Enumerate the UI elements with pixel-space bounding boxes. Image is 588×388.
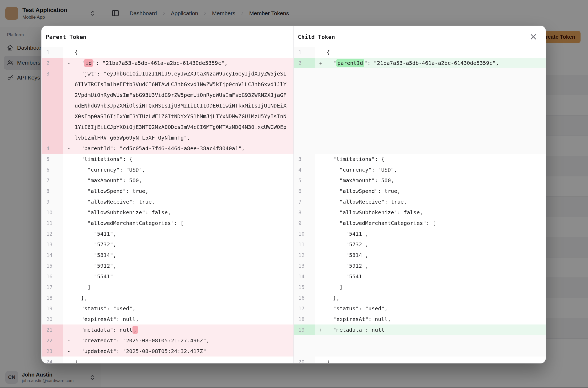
code-line: { <box>63 47 293 58</box>
line-number: 10 <box>294 228 315 239</box>
code-line: "allowReceive": true, <box>315 196 546 207</box>
code-line: "5814", <box>63 250 293 260</box>
line-number <box>294 335 315 357</box>
code-line: - "createdAt": "2025-08-08T05:21:27.496Z… <box>63 335 293 346</box>
code-line <box>315 335 546 357</box>
line-number: 9 <box>42 196 63 207</box>
code-line: "allowSubtokenize": false, <box>63 207 293 218</box>
diff-row-left-6: 6 "currency": "USD", <box>42 164 293 175</box>
diff-row-left-8: 8 "allowSpend": true, <box>42 186 293 196</box>
code-line: "currency": "USD", <box>63 164 293 175</box>
diff-row-left-19: 19 "status": "used", <box>42 303 293 314</box>
line-number: 15 <box>294 282 315 292</box>
code-line: "status": "used", <box>63 303 293 314</box>
code-line: "expiresAt": null, <box>63 314 293 324</box>
diff-row-right-11: 11 "5732", <box>294 239 546 250</box>
code-line: "allowSpend": true, <box>63 186 293 196</box>
code-line: + "metadata": null <box>315 324 546 335</box>
code-line: + "parentId": "21ba7a53-a5db-461a-a2bc-6… <box>315 58 546 68</box>
code-line: } <box>63 357 293 363</box>
diff-row-left-9: 9 "allowReceive": true, <box>42 196 293 207</box>
close-button[interactable]: × <box>527 31 539 42</box>
diff-row-left-15: 15 "5912", <box>42 260 293 271</box>
line-number: 5 <box>42 154 63 164</box>
diff-row-left-21: 21- "metadata": null, <box>42 324 293 335</box>
diff-row-right-18: 18 "expiresAt": null, <box>294 314 546 324</box>
line-number: 11 <box>42 218 63 228</box>
code-line: "status": "used", <box>315 303 546 314</box>
diff-spacer-right <box>294 68 546 154</box>
code-line: "5411", <box>315 228 546 239</box>
diff-row-right-15: 15 ] <box>294 282 546 292</box>
diff-row-left-12: 12 "5411", <box>42 228 293 239</box>
code-line: "allowSpend": true, <box>315 186 546 196</box>
diff-row-right-14: 14 "5541" <box>294 271 546 282</box>
line-number: 9 <box>294 218 315 228</box>
line-number: 7 <box>42 175 63 186</box>
diff-row-left-4: 4- "parentId": "cd5c05a4-7f46-446d-a8ee-… <box>42 143 293 154</box>
line-number: 14 <box>42 250 63 260</box>
line-number: 18 <box>42 292 63 303</box>
line-number: 12 <box>42 228 63 239</box>
code-line: - "jwt": "eyJhbGciOiJIUzI1NiJ9.eyJwZXJta… <box>63 68 293 143</box>
line-number <box>294 68 315 154</box>
code-line: - "id": "21ba7a53-a5db-461a-a2bc-61430de… <box>63 58 293 68</box>
line-number: 16 <box>294 292 315 303</box>
line-number: 7 <box>294 196 315 207</box>
diff-row-right-8: 8 "allowSubtokenize": false, <box>294 207 546 218</box>
token-diff: Parent Token 1{2- "id": "21ba7a53-a5db-4… <box>42 26 546 363</box>
code-line: "allowReceive": true, <box>63 196 293 207</box>
line-number: 18 <box>294 314 315 324</box>
diff-row-left-14: 14 "5814", <box>42 250 293 260</box>
diff-row-right-12: 12 "5814", <box>294 250 546 260</box>
line-number: 19 <box>294 324 315 335</box>
line-number: 20 <box>42 314 63 324</box>
code-line: "maxAmount": 500, <box>63 175 293 186</box>
code-line: ] <box>63 282 293 292</box>
diff-row-left-13: 13 "5732", <box>42 239 293 250</box>
line-number: 24 <box>42 357 63 363</box>
parent-token-rows: 1{2- "id": "21ba7a53-a5db-461a-a2bc-6143… <box>42 47 293 363</box>
diff-row-left-17: 17 ] <box>42 282 293 292</box>
diff-row-right-2: 2+ "parentId": "21ba7a53-a5db-461a-a2bc-… <box>294 58 546 68</box>
code-line: "allowedMerchantCategories": [ <box>63 218 293 228</box>
removed-sign: - <box>67 68 70 79</box>
diff-row-right-20: 20} <box>294 357 546 363</box>
child-token-title: Child Token <box>294 26 546 47</box>
removed-sign: - <box>67 143 70 154</box>
diff-row-right-3: 3 "limitations": { <box>294 154 546 164</box>
code-line: "limitations": { <box>315 154 546 164</box>
diff-row-left-24: 24} <box>42 357 293 363</box>
code-line: ] <box>315 282 546 292</box>
code-line: "5411", <box>63 228 293 239</box>
diff-row-left-23: 23- "updatedAt": "2025-08-08T05:24:32.41… <box>42 346 293 357</box>
code-line: - "metadata": null, <box>63 324 293 335</box>
diff-row-right-4: 4 "currency": "USD", <box>294 164 546 175</box>
diff-row-left-22: 22- "createdAt": "2025-08-08T05:21:27.49… <box>42 335 293 346</box>
line-number: 1 <box>42 47 63 58</box>
code-line: "limitations": { <box>63 154 293 164</box>
line-number: 14 <box>294 271 315 282</box>
diff-row-right-9: 9 "allowedMerchantCategories": [ <box>294 218 546 228</box>
code-line: "5732", <box>315 239 546 250</box>
diff-row-right-10: 10 "5411", <box>294 228 546 239</box>
line-number: 13 <box>294 260 315 271</box>
line-number: 6 <box>42 164 63 175</box>
line-number: 16 <box>42 271 63 282</box>
line-number: 10 <box>42 207 63 218</box>
line-number: 22 <box>42 335 63 346</box>
code-line: "allowedMerchantCategories": [ <box>315 218 546 228</box>
code-line: "allowSubtokenize": false, <box>315 207 546 218</box>
diff-row-right-7: 7 "allowReceive": true, <box>294 196 546 207</box>
code-line: - "parentId": "cd5c05a4-7f46-446d-a8ee-3… <box>63 143 293 154</box>
added-sign: + <box>319 324 323 335</box>
code-line: "5541" <box>315 271 546 282</box>
diff-row-right-17: 17 "status": "used", <box>294 303 546 314</box>
code-line: } <box>315 357 546 363</box>
removed-sign: - <box>67 324 70 335</box>
code-line <box>315 68 546 154</box>
line-number: 5 <box>294 175 315 186</box>
code-line: "currency": "USD", <box>315 164 546 175</box>
line-number: 2 <box>42 58 63 68</box>
diff-row-right-5: 5 "maxAmount": 500, <box>294 175 546 186</box>
